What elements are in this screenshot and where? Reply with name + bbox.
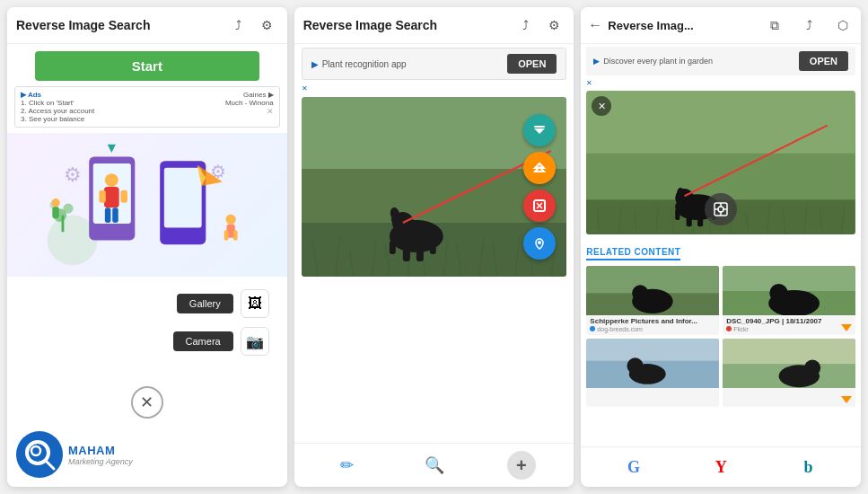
svg-point-21 — [225, 215, 235, 225]
panel2-open-button[interactable]: OPEN — [507, 54, 557, 74]
fab-orange-button[interactable] — [523, 152, 556, 184]
related-source-4 — [726, 398, 852, 404]
svg-rect-53 — [416, 245, 424, 261]
ad-close-icon[interactable]: ✕ — [267, 107, 274, 116]
camera-row: Camera 📷 — [173, 327, 269, 356]
panel2-share-icon[interactable]: ⤴ — [514, 14, 536, 36]
panel3-ad: ▶ Discover every plant in garden OPEN — [586, 47, 855, 75]
crop-icon[interactable] — [705, 193, 737, 225]
related-info-1: Schipperke Pictures and Infor... dog-bre… — [586, 315, 719, 335]
svg-rect-85 — [687, 214, 692, 226]
card-4-arrow — [841, 396, 852, 403]
related-content-section: RELATED CONTENT Schipperke Pictures and … — [581, 237, 861, 409]
related-info-4 — [723, 388, 855, 408]
panel3-ad-marker: ✕ — [581, 78, 861, 88]
panel3-header-icons: ⧉ ⤴ ⬡ — [757, 14, 854, 36]
svg-point-91 — [718, 207, 723, 212]
related-source-3 — [590, 398, 715, 404]
panel3-external-icon[interactable]: ⬡ — [832, 14, 854, 36]
logo-area: MAHAM Marketing Agency — [7, 426, 287, 487]
svg-point-111 — [804, 359, 820, 375]
fab-blue-button[interactable] — [523, 227, 556, 260]
related-title: RELATED CONTENT — [586, 247, 680, 260]
svg-point-25 — [51, 198, 59, 207]
card-2-arrow — [841, 324, 852, 331]
panel3-copy-icon[interactable]: ⧉ — [764, 14, 785, 36]
related-info-3 — [586, 388, 719, 408]
camera-button[interactable]: Camera — [173, 331, 233, 351]
svg-point-99 — [633, 285, 649, 301]
panel2-title: Reverse Image Search — [303, 18, 508, 32]
svg-rect-6 — [99, 190, 105, 203]
gallery-button[interactable]: Gallery — [177, 294, 233, 313]
svg-point-64 — [538, 241, 541, 244]
panel1-title: Reverse Image Search — [16, 18, 221, 32]
yandex-search-button[interactable]: Y — [705, 453, 737, 481]
related-card-4[interactable] — [723, 339, 855, 408]
related-name-3 — [590, 390, 715, 399]
svg-rect-52 — [403, 245, 410, 261]
source-dot-2 — [726, 326, 732, 331]
camera-icon[interactable]: 📷 — [241, 327, 269, 356]
fab-red-button[interactable] — [523, 190, 556, 222]
fab-teal-button[interactable] — [523, 114, 556, 146]
svg-point-103 — [769, 284, 787, 302]
logo-icon — [16, 431, 63, 478]
panel2-ad-text: Plant recognition app — [322, 59, 407, 69]
panel3-open-button[interactable]: OPEN — [799, 51, 848, 71]
svg-rect-19 — [61, 216, 64, 233]
illustration-svg: ⚙ ⚙ — [22, 140, 274, 269]
related-name-2: DSC_0940_JPG | 18/11/2007 — [726, 317, 852, 326]
related-card-3[interactable] — [586, 339, 719, 408]
panel2-ad: ▶ Plant recognition app OPEN — [302, 48, 567, 80]
related-card-1[interactable]: Schipperke Pictures and Infor... dog-bre… — [586, 266, 719, 335]
related-name-4 — [726, 390, 852, 399]
svg-rect-55 — [430, 241, 436, 254]
floating-action-buttons — [523, 114, 556, 260]
svg-rect-87 — [676, 209, 680, 220]
panel3-ad-text: Discover every plant in garden — [603, 57, 713, 66]
svg-rect-24 — [233, 230, 238, 240]
main-photo: ✕ — [586, 91, 855, 234]
pencil-icon[interactable]: ✏ — [332, 451, 361, 480]
logo-main: MAHAM — [68, 444, 133, 457]
related-name-1: Schipperke Pictures and Infor... — [590, 317, 715, 326]
close-button[interactable]: ✕ — [131, 386, 163, 419]
bing-search-button[interactable]: b — [792, 453, 824, 481]
search-icon-bottom[interactable]: 🔍 — [420, 451, 449, 480]
panel3-title: Reverse Imag... — [608, 19, 751, 32]
share-icon[interactable]: ⤴ — [228, 14, 250, 36]
phone-panel-2: Reverse Image Search ⤴ ⚙ ▶ Plant recogni… — [294, 7, 574, 487]
related-thumb-2 — [723, 266, 855, 315]
svg-text:⚙: ⚙ — [64, 163, 82, 186]
phone-panel-1: Reverse Image Search ⤴ ⚙ Start ▶ Ads 1. … — [7, 7, 287, 487]
svg-rect-8 — [104, 207, 110, 223]
logo-sub: Marketing Agency — [68, 457, 133, 466]
plus-icon[interactable]: + — [507, 451, 536, 480]
svg-rect-86 — [697, 214, 703, 226]
panel2-header: Reverse Image Search ⤴ ⚙ — [294, 7, 574, 44]
svg-rect-26 — [52, 207, 58, 218]
back-button[interactable]: ← — [588, 17, 602, 33]
svg-rect-9 — [112, 207, 118, 223]
related-info-2: DSC_0940_JPG | 18/11/2007 Flickr — [723, 315, 855, 335]
logo-text: MAHAM Marketing Agency — [68, 444, 133, 466]
panel2-settings-icon[interactable]: ⚙ — [543, 14, 565, 36]
start-button[interactable]: Start — [35, 51, 259, 81]
svg-point-4 — [104, 173, 118, 187]
panel1-header: Reverse Image Search ⤴ ⚙ — [7, 7, 287, 44]
svg-marker-57 — [534, 128, 545, 134]
svg-rect-54 — [390, 241, 396, 254]
gallery-icon[interactable]: 🖼 — [241, 289, 269, 318]
svg-rect-5 — [104, 187, 119, 207]
related-card-2[interactable]: DSC_0940_JPG | 18/11/2007 Flickr — [723, 266, 855, 335]
hero-illustration: ⚙ ⚙ — [7, 133, 287, 277]
svg-point-107 — [627, 357, 644, 374]
google-search-button[interactable]: G — [618, 453, 650, 481]
panel3-share-icon[interactable]: ⤴ — [798, 14, 820, 36]
svg-rect-7 — [120, 190, 127, 203]
settings-icon[interactable]: ⚙ — [257, 14, 278, 36]
panel2-bottom-bar: ✏ 🔍 + — [294, 443, 574, 487]
svg-rect-11 — [163, 168, 201, 228]
related-thumb-4 — [723, 339, 855, 388]
